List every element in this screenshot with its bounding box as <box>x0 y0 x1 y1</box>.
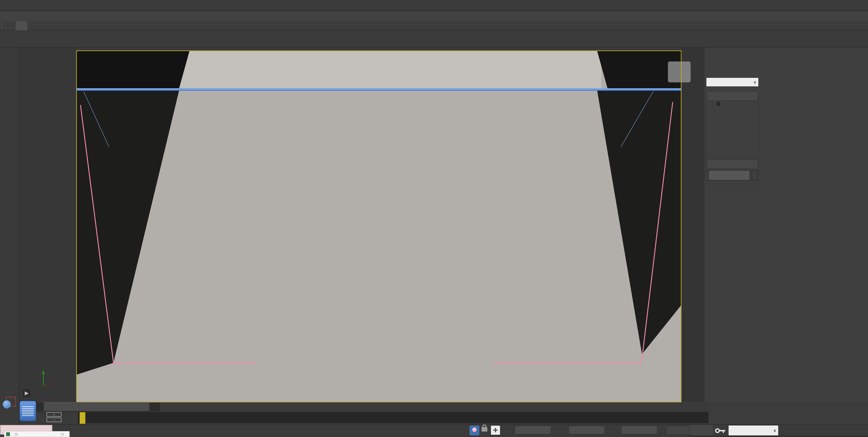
name-color-rollout-header[interactable] <box>708 161 756 167</box>
absolute-offset-toggle-icon[interactable]: ✚ <box>491 426 500 435</box>
object-color-swatch[interactable] <box>752 170 758 180</box>
world-axis-tripod <box>39 369 55 390</box>
render-shortcuts-toolbar <box>0 30 868 48</box>
isolate-toggle-button[interactable] <box>470 426 479 435</box>
taskbar-preview-window[interactable] <box>4 431 70 437</box>
scene-canvas[interactable] <box>77 51 681 402</box>
object-type-rollout <box>706 96 758 159</box>
current-frame-marker[interactable] <box>80 412 86 424</box>
watermark-area <box>710 402 868 424</box>
selection-set-dropdown[interactable]: ∨ <box>728 425 778 436</box>
ribbon-tab-bar <box>0 11 868 21</box>
tab-polygon-modeling[interactable] <box>16 22 27 30</box>
timeline-ruler[interactable] <box>78 412 709 424</box>
primitive-category-dropdown[interactable]: ∨ <box>706 78 758 87</box>
lightbulb-icon <box>472 428 477 432</box>
object-name-field[interactable] <box>708 170 750 180</box>
left-toolbar <box>0 48 20 437</box>
isolate-selection-toggle-icon[interactable] <box>3 396 17 410</box>
chevron-down-icon: ∨ <box>773 428 776 433</box>
shelf-flyout-button[interactable]: ▶ <box>22 388 32 398</box>
y-coordinate-field[interactable] <box>568 426 604 434</box>
chevron-down-icon: ∨ <box>753 79 756 85</box>
selection-lock-icon[interactable] <box>482 427 487 432</box>
auto-key-button[interactable] <box>690 425 713 436</box>
3dsmax-logo <box>6 432 10 436</box>
viewcube <box>668 61 690 82</box>
viewport-layout-tabs-button[interactable] <box>20 401 36 421</box>
next-frame-button[interactable] <box>151 403 160 411</box>
ribbon-subtab-bar <box>0 21 868 30</box>
x-coordinate-field[interactable] <box>515 426 551 434</box>
right-margin-strip <box>681 48 705 402</box>
panel-splitter[interactable] <box>760 51 760 437</box>
object-type-rollout-header[interactable] <box>708 93 756 99</box>
main-toolbar <box>0 0 868 11</box>
z-coordinate-field[interactable] <box>621 426 657 434</box>
dark-corner-left <box>77 51 189 89</box>
set-key-icon[interactable] <box>715 426 726 435</box>
perspective-viewport[interactable] <box>77 51 681 402</box>
viewport-margin-strip <box>20 48 77 402</box>
time-slider-thumb[interactable] <box>43 402 150 412</box>
ribbon-grip[interactable] <box>1 22 4 29</box>
autogrid-checkbox[interactable] <box>716 101 721 106</box>
status-second-row-clipped <box>688 436 868 437</box>
trackbar-toggle-icon[interactable]: ∿ ↑↓ <box>46 412 63 423</box>
